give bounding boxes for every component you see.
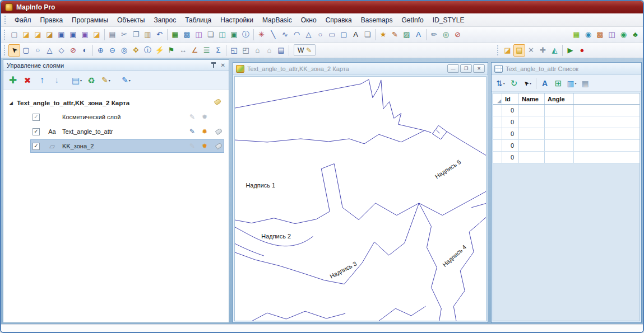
id-cell[interactable]: 0 <box>502 105 519 116</box>
region-style-icon[interactable]: ▨ <box>401 29 413 41</box>
map-region-outline[interactable] <box>471 203 486 208</box>
table-row[interactable]: 0 <box>493 140 640 152</box>
visibility-checkbox[interactable]: ✓ <box>33 128 40 135</box>
angle-cell[interactable] <box>545 152 574 163</box>
print-icon[interactable]: ▤ <box>106 29 118 41</box>
save-copy-icon[interactable]: ▣ <box>67 29 79 41</box>
angle-cell[interactable] <box>545 140 574 151</box>
line-tool-icon[interactable]: ╲ <box>267 29 279 41</box>
clip-region-icon[interactable]: ◱ <box>228 44 240 57</box>
new-browser-icon[interactable]: ▦ <box>169 29 181 41</box>
close-button[interactable]: ✕ <box>473 64 485 73</box>
text-style-icon[interactable]: A <box>538 77 552 90</box>
set-target-icon[interactable]: ◎ <box>440 29 452 41</box>
refresh-icon[interactable]: ↻ <box>507 77 521 90</box>
angle-cell[interactable] <box>545 128 574 139</box>
poi-icon[interactable]: ♣ <box>629 29 641 41</box>
tag-icon[interactable] <box>214 99 222 106</box>
select-records-icon[interactable]: ➤▾ <box>521 77 534 90</box>
move-layer-up-icon[interactable]: ↑ <box>35 73 49 87</box>
row-selector-cell[interactable] <box>493 140 502 151</box>
open-copy-icon[interactable]: ◪ <box>32 29 44 41</box>
layer-row-text[interactable]: ✓ Aa Text_angle_to_attr ✎ ✹ <box>3 124 229 139</box>
record-icon[interactable]: ● <box>576 44 588 57</box>
hotlink-tool-icon[interactable]: ⚡ <box>154 44 165 57</box>
globe-small-icon[interactable]: ◉ <box>618 29 629 41</box>
ellipse-tool-icon[interactable]: ○ <box>314 29 326 41</box>
statistics-icon[interactable]: Σ <box>212 44 224 57</box>
table-row[interactable]: 0 <box>493 116 640 128</box>
symbol-style-icon[interactable]: ★ <box>377 29 389 41</box>
title-bar[interactable]: MapInfo Pro <box>1 1 643 13</box>
cut-icon[interactable]: ✂ <box>118 29 130 41</box>
visibility-checkbox[interactable]: ✓ <box>33 114 40 121</box>
id-cell[interactable]: 0 <box>502 128 519 139</box>
menu-item[interactable]: Правка <box>36 15 68 26</box>
add-layer-icon[interactable]: ✚ <box>6 73 20 87</box>
layer-order-icon[interactable]: ▤▾ <box>70 73 84 87</box>
map-text-label[interactable]: Надпись 1 <box>245 182 275 189</box>
pan-icon[interactable]: ✥ <box>130 44 142 57</box>
open-workspace-icon[interactable]: ◪ <box>91 29 103 41</box>
column-header-name[interactable]: Name <box>519 93 545 104</box>
copy-icon[interactable]: ❐ <box>130 29 142 41</box>
zoom-out-icon[interactable]: ⊖ <box>106 44 118 57</box>
change-zoom-icon[interactable]: ◎ <box>118 44 130 57</box>
move-layer-down-icon[interactable]: ↓ <box>49 73 64 87</box>
autolabel-toggle-icon[interactable]: ✹ <box>200 128 210 135</box>
remove-layer-icon[interactable]: ✖ <box>20 73 35 87</box>
binoculars-icon[interactable]: ◫ <box>606 29 618 41</box>
legend-icon[interactable]: ☰ <box>201 44 212 57</box>
row-selector-cell[interactable] <box>493 105 502 116</box>
pick-fields-icon[interactable]: ▥▾ <box>565 77 578 90</box>
layer-refresh-icon[interactable]: ♻ <box>84 73 99 87</box>
save-workspace-icon[interactable]: ▣ <box>79 29 91 41</box>
menu-item[interactable]: Basemaps <box>356 15 397 26</box>
save-table-icon[interactable]: ▣ <box>55 29 67 41</box>
map-region-outline[interactable] <box>378 306 426 321</box>
row-selector-cell[interactable] <box>493 116 502 128</box>
name-cell[interactable] <box>519 140 545 151</box>
grid-options-icon[interactable]: ▦ <box>578 77 592 90</box>
sort-filter-icon[interactable]: ⇅▾ <box>494 77 507 90</box>
zoom-in-icon[interactable]: ⊕ <box>95 44 106 57</box>
map-region-outline[interactable] <box>424 130 431 133</box>
run-program-icon[interactable]: ▶ <box>564 44 576 57</box>
drag-window-icon[interactable]: ↔ <box>177 44 189 57</box>
new-graph-icon[interactable]: ◫ <box>193 29 205 41</box>
map-text-label[interactable]: Надпись 3 <box>328 260 358 280</box>
text-tool-icon[interactable]: A <box>350 29 362 41</box>
open-dbms-icon[interactable]: ◪ <box>44 29 55 41</box>
menu-item[interactable]: Справка <box>321 15 356 26</box>
map-region-outline[interactable] <box>453 217 486 321</box>
hotlink-tag-icon[interactable] <box>215 128 223 135</box>
map-region-outline[interactable] <box>235 203 419 284</box>
select-tool-icon[interactable]: ➤ <box>8 44 20 57</box>
disconnect-icon[interactable]: ✕ <box>525 44 537 57</box>
autolabel-toggle-icon[interactable]: ✹ <box>200 142 210 150</box>
mapbasic-window-icon[interactable]: ▤ <box>513 44 525 57</box>
arc-tool-icon[interactable]: ◠ <box>291 29 303 41</box>
reshape-icon[interactable]: ✏ <box>428 29 440 41</box>
image-registration-icon[interactable]: ◭ <box>549 44 560 57</box>
label-tool-icon[interactable]: ⚑ <box>165 44 177 57</box>
menu-item[interactable]: Окно <box>296 15 321 26</box>
globe-icon[interactable]: ◉ <box>582 29 594 41</box>
name-cell[interactable] <box>519 105 545 116</box>
text-style-icon[interactable]: A <box>413 29 424 41</box>
id-cell[interactable]: 0 <box>502 116 519 128</box>
menu-item[interactable]: Объекты <box>113 15 150 26</box>
clear-target-icon[interactable]: ⊘ <box>452 29 464 41</box>
id-cell[interactable]: 0 <box>502 152 519 163</box>
boundary-select-icon[interactable]: ◇ <box>55 44 67 57</box>
menu-item[interactable]: GetInfo <box>397 15 428 26</box>
map-region-outline[interactable] <box>432 125 447 139</box>
menu-item[interactable]: Запрос <box>149 15 180 26</box>
angle-cell[interactable] <box>545 105 574 116</box>
frame-tool-icon[interactable]: ❏ <box>362 29 373 41</box>
new-redistrict-icon[interactable]: ◫ <box>216 29 228 41</box>
ruler-icon[interactable]: ∠ <box>189 44 201 57</box>
district-icon[interactable]: ⌂ <box>252 44 263 57</box>
paste-icon[interactable]: ▥ <box>142 29 154 41</box>
map-region-outline[interactable] <box>235 130 424 144</box>
